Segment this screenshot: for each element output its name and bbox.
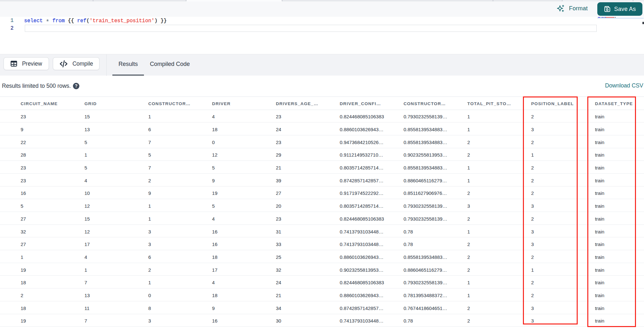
svg-text:?: ? [75, 83, 78, 88]
